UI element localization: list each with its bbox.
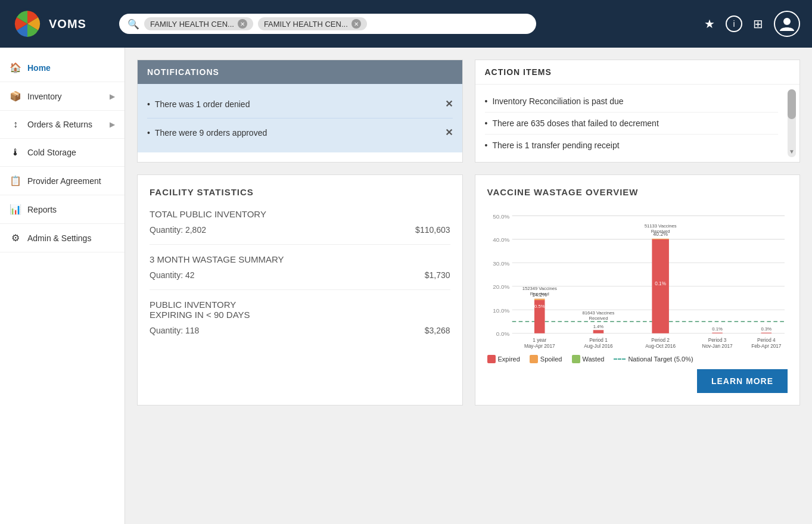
- facility-stats-title: FACILITY STATISTICS: [150, 187, 450, 197]
- svg-text:Received: Received: [589, 316, 608, 321]
- main-content: NOTIFICATIONS • There was 1 order denied…: [125, 48, 812, 524]
- svg-text:1.4%: 1.4%: [593, 324, 603, 329]
- svg-text:Aug-Oct 2016: Aug-Oct 2016: [645, 344, 676, 349]
- svg-text:0.3%: 0.3%: [761, 326, 771, 332]
- wastage-chart: 50.0% 40.0% 30.0% 20.0% 10.0% 0.0%: [487, 207, 788, 350]
- svg-text:10.0%: 10.0%: [493, 307, 509, 314]
- inventory-icon: 📦: [10, 91, 21, 102]
- scroll-down-icon: ▼: [789, 148, 795, 155]
- sidebar-item-home[interactable]: 🏠 Home: [0, 54, 125, 82]
- bar-period0-spoiled: [534, 299, 545, 300]
- notifications-body: • There was 1 order denied ✕ • There wer…: [138, 84, 462, 152]
- search-tag-1-close[interactable]: ✕: [238, 19, 247, 29]
- svg-text:Period 3: Period 3: [708, 338, 726, 343]
- avatar[interactable]: [774, 11, 800, 37]
- action-items-scrollbar[interactable]: ▼: [788, 89, 796, 157]
- notification-item-1: • There were 9 orders approved ✕: [147, 118, 453, 146]
- stat-block-0: TOTAL PUBLIC INVENTORY Quantity: 2,802 $…: [150, 209, 450, 245]
- sidebar-item-cold-storage[interactable]: 🌡 Cold Storage: [0, 139, 125, 167]
- facility-stats-panel: FACILITY STATISTICS TOTAL PUBLIC INVENTO…: [137, 174, 463, 406]
- stat-block-2: PUBLIC INVENTORY EXPIRING IN < 90 DAYS Q…: [150, 300, 450, 345]
- svg-text:Nov-Jan 2017: Nov-Jan 2017: [702, 344, 733, 349]
- notification-1-close[interactable]: ✕: [445, 127, 453, 138]
- svg-text:50.0%: 50.0%: [493, 213, 509, 220]
- svg-text:20.0%: 20.0%: [493, 283, 509, 290]
- svg-text:0.5%: 0.5%: [534, 304, 545, 309]
- orders-chevron: ▶: [110, 120, 115, 129]
- sidebar-item-reports[interactable]: 📊 Reports: [0, 195, 125, 224]
- action-items-panel: ACTION ITEMS • Inventory Reconciliation …: [475, 60, 801, 163]
- svg-text:81643 Vaccines: 81643 Vaccines: [582, 310, 614, 316]
- stat-name-1: 3 MONTH WASTAGE SUMMARY: [150, 254, 450, 264]
- legend-wasted: Wasted: [572, 355, 605, 363]
- svg-text:51133 Vaccines: 51133 Vaccines: [644, 223, 676, 229]
- grid-icon[interactable]: ⊞: [753, 17, 763, 31]
- stat-val-1: $1,730: [425, 270, 450, 280]
- stat-val-2: $3,268: [425, 326, 450, 335]
- legend-spoiled: Spoiled: [530, 355, 562, 363]
- cold-storage-icon: 🌡: [10, 147, 21, 158]
- orders-icon: ↕: [10, 119, 21, 130]
- bar-period2-expired: [652, 239, 669, 333]
- stat-name-0: TOTAL PUBLIC INVENTORY: [150, 209, 450, 219]
- svg-text:Feb-Apr 2017: Feb-Apr 2017: [751, 344, 782, 349]
- action-items-scrollbar-thumb: [788, 89, 796, 119]
- action-item-2: • There is 1 transfer pending receipt: [485, 135, 779, 156]
- bar-period3-expired: [712, 333, 723, 333]
- svg-text:Period 1: Period 1: [589, 338, 608, 343]
- notifications-header: NOTIFICATIONS: [138, 60, 462, 84]
- legend-expired: Expired: [487, 355, 520, 363]
- search-tag-2-close[interactable]: ✕: [351, 19, 361, 29]
- stat-val-0: $110,603: [415, 225, 450, 235]
- bar-period1-expired: [593, 330, 603, 333]
- provider-icon: 📋: [10, 175, 21, 186]
- legend-national-target: National Target (5.0%): [614, 355, 693, 363]
- action-items-body: • Inventory Reconciliation is past due •…: [475, 85, 788, 162]
- stat-qty-0: Quantity: 2,802: [150, 225, 206, 235]
- svg-text:0.0%: 0.0%: [496, 330, 509, 337]
- svg-text:30.0%: 30.0%: [493, 260, 509, 267]
- home-icon: 🏠: [10, 62, 21, 73]
- svg-text:1 year: 1 year: [533, 338, 546, 343]
- chart-legend: Expired Spoiled Wasted National Target (…: [487, 355, 788, 363]
- search-tag-2[interactable]: FAMILY HEALTH CEN... ✕: [258, 17, 367, 30]
- svg-text:152349 Vaccines: 152349 Vaccines: [522, 286, 556, 291]
- svg-text:40.0%: 40.0%: [493, 236, 509, 243]
- stat-name-2: PUBLIC INVENTORY EXPIRING IN < 90 DAYS: [150, 300, 450, 320]
- wastage-panel: VACCINE WASTAGE OVERVIEW 50.0% 40.0% 30.…: [475, 174, 801, 406]
- search-tag-1[interactable]: FAMILY HEALTH CEN... ✕: [144, 17, 253, 30]
- stat-qty-1: Quantity: 42: [150, 270, 195, 280]
- learn-more-button[interactable]: LEARN MORE: [697, 369, 788, 393]
- svg-text:May-Apr 2017: May-Apr 2017: [524, 344, 555, 349]
- action-item-1: • There are 635 doses that failed to dec…: [485, 113, 779, 135]
- action-items-header: ACTION ITEMS: [475, 60, 800, 85]
- app-header: VOMS 🔍 FAMILY HEALTH CEN... ✕ FAMILY HEA…: [0, 0, 812, 48]
- chart-area: 50.0% 40.0% 30.0% 20.0% 10.0% 0.0%: [487, 207, 788, 353]
- admin-icon: ⚙: [10, 232, 21, 244]
- logo-text: VOMS: [49, 17, 86, 31]
- sidebar-item-orders-returns[interactable]: ↕ Orders & Returns ▶: [0, 111, 125, 139]
- svg-text:Received: Received: [651, 229, 670, 234]
- sidebar-item-admin-settings[interactable]: ⚙ Admin & Settings: [0, 224, 125, 252]
- reports-icon: 📊: [10, 204, 21, 215]
- inventory-chevron: ▶: [110, 92, 115, 101]
- stat-qty-2: Quantity: 118: [150, 326, 199, 335]
- sidebar-item-provider-agreement[interactable]: 📋 Provider Agreement: [0, 167, 125, 195]
- svg-point-1: [783, 18, 791, 25]
- header-actions: ★ i ⊞: [704, 11, 800, 37]
- svg-text:0.1%: 0.1%: [655, 281, 666, 286]
- wastage-title: VACCINE WASTAGE OVERVIEW: [487, 187, 788, 197]
- star-icon[interactable]: ★: [704, 17, 715, 31]
- svg-text:Period 2: Period 2: [651, 338, 670, 343]
- info-icon[interactable]: i: [726, 15, 742, 32]
- svg-text:Period 4: Period 4: [757, 338, 775, 343]
- svg-text:Received: Received: [530, 291, 549, 297]
- notification-0-close[interactable]: ✕: [445, 98, 453, 110]
- notifications-panel: NOTIFICATIONS • There was 1 order denied…: [137, 60, 463, 163]
- sidebar-item-inventory[interactable]: 📦 Inventory ▶: [0, 82, 125, 111]
- bar-period2-spoiled: [652, 239, 669, 239]
- action-item-0: • Inventory Reconciliation is past due: [485, 91, 779, 113]
- bar-period4-expired: [761, 333, 771, 333]
- search-bar[interactable]: 🔍 FAMILY HEALTH CEN... ✕ FAMILY HEALTH C…: [119, 14, 536, 34]
- svg-text:Aug-Jul 2016: Aug-Jul 2016: [584, 344, 613, 349]
